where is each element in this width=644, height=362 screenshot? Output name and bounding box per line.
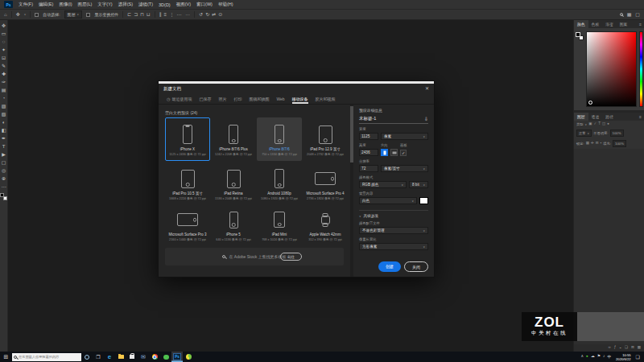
mail-button[interactable]: ✉ — [138, 352, 149, 362]
preset-card[interactable]: iPad Mini 768 x 1024 像素 @ 72 ppi — [257, 206, 302, 243]
filter-pixel-icon[interactable]: ▣ — [588, 122, 592, 126]
eyedropper-tool-icon[interactable]: ✎ — [2, 62, 6, 70]
home-icon[interactable]: ⌂ — [4, 12, 7, 17]
panel-menu-icon[interactable]: ≡ — [637, 20, 644, 28]
search-icon[interactable] — [620, 13, 623, 16]
panel-layout-icon[interactable]: ▢ — [635, 12, 640, 17]
volume-icon[interactable]: ♪ — [603, 355, 605, 359]
color-mode-dropdown[interactable]: RGB 颜色 ∨ — [359, 181, 407, 188]
pen-tool-icon[interactable]: ✒ — [2, 134, 6, 142]
blur-tool-icon[interactable]: ◐ — [2, 118, 6, 126]
zoom-tool-icon[interactable]: ⊕ — [2, 175, 6, 183]
menu-item-image[interactable]: 图像(I) — [59, 2, 72, 7]
distribute-icon[interactable]: ⋮ — [169, 12, 174, 17]
distribute-icon[interactable]: ≡ — [164, 12, 167, 17]
width-unit-dropdown[interactable]: 像素 ∨ — [381, 133, 428, 140]
path-select-tool-icon[interactable]: ▶ — [2, 150, 6, 158]
new-layer-icon[interactable]: ⊞ — [631, 346, 634, 350]
preset-card[interactable]: Apple Watch 42mm 312 x 390 像素 @ 72 ppi — [303, 206, 348, 243]
preset-card[interactable]: iPad Pro 12.9 英寸 2048 x 2732 像素 @ 72 ppi — [303, 117, 348, 161]
more-options-icon[interactable]: ··· — [185, 12, 190, 17]
cortana-button[interactable] — [81, 352, 93, 362]
menu-item-window[interactable]: 窗口(W) — [196, 2, 213, 7]
menu-item-layer[interactable]: 图层(L) — [78, 2, 93, 7]
orientation-landscape-icon[interactable] — [390, 149, 398, 156]
layer-mask-icon[interactable]: ◒ — [619, 346, 621, 350]
tab-saved[interactable]: 已保存 — [199, 93, 211, 104]
fill-dropdown[interactable]: 100% — [613, 140, 626, 147]
move-tool-icon[interactable]: ✥ — [2, 22, 6, 30]
photoshop-taskbar-button[interactable]: Ps — [171, 352, 183, 362]
filter-adjust-icon[interactable]: ✓ — [593, 122, 597, 126]
save-preset-icon[interactable]: ⇩ — [424, 117, 428, 121]
tab-art[interactable]: 图稿和插图 — [249, 93, 269, 104]
background-dropdown[interactable]: 白色 ∨ — [359, 197, 417, 204]
tab-mobile[interactable]: 移动设备 — [292, 93, 308, 104]
3d-mode-icon[interactable]: ⇄ — [212, 12, 216, 17]
resolution-unit-dropdown[interactable]: 像素/英寸 ∨ — [381, 165, 428, 172]
workspace-icon[interactable]: ▦ — [627, 12, 632, 17]
align-bottom-icon[interactable]: ⊔ — [147, 12, 151, 17]
orientation-portrait-icon[interactable] — [381, 149, 388, 156]
brush-tool-icon[interactable]: ✑ — [2, 78, 6, 86]
gradient-tool-icon[interactable]: ▧ — [2, 110, 6, 118]
color-profile-dropdown[interactable]: 不做色彩管理 ∨ — [359, 227, 428, 234]
link-layers-icon[interactable]: ∞ — [608, 346, 610, 350]
align-right-icon[interactable]: ⊐ — [134, 12, 138, 17]
preset-card[interactable]: iPhone 8/7/6 750 x 1334 像素 @ 72 ppi — [257, 117, 302, 161]
distribute-icon[interactable]: ⋯ — [176, 12, 181, 17]
distribute-icon[interactable]: ∥ — [159, 12, 162, 17]
type-tool-icon[interactable]: T — [2, 142, 6, 150]
cloud-icon[interactable]: ☁ — [591, 355, 595, 359]
browser-360-button[interactable] — [183, 352, 194, 362]
store-button[interactable] — [126, 352, 138, 362]
adjustment-layer-icon[interactable]: ❏ — [625, 346, 628, 350]
tab-recent[interactable]: ◷ 最近使用项 — [167, 93, 192, 104]
tab-swatches[interactable]: 色板 — [588, 20, 603, 28]
chrome-button[interactable] — [149, 352, 160, 362]
taskbar-clock[interactable]: 10:55 2020/6/22 — [616, 353, 631, 361]
close-icon[interactable]: ✕ — [425, 86, 429, 91]
document-name-field[interactable]: 未标题-1 ⇩ — [359, 116, 428, 124]
hue-slider[interactable] — [639, 31, 643, 107]
tray-status-icon[interactable]: ● — [586, 355, 588, 359]
preset-card[interactable]: iPhone 8/7/6 Plus 1242 x 2208 像素 @ 72 pp… — [211, 117, 256, 161]
layer-style-icon[interactable]: ƒ — [614, 346, 617, 350]
menu-item-filter[interactable]: 滤镜(T) — [138, 2, 153, 7]
foreground-color-swatch[interactable] — [576, 32, 580, 37]
3d-mode-icon[interactable]: ↻ — [205, 12, 209, 17]
menu-item-type[interactable]: 文字(Y) — [97, 2, 112, 7]
tab-layers[interactable]: 图层 — [574, 113, 588, 121]
preset-card[interactable]: iPad Retina 1536 x 2048 像素 @ 72 ppi — [211, 162, 256, 205]
menu-item-help[interactable]: 帮助(H) — [218, 2, 233, 7]
lock-position-icon[interactable]: ✛ — [591, 142, 594, 146]
blend-mode-dropdown[interactable]: 正常 ∨ — [576, 130, 592, 137]
edge-button[interactable]: e — [104, 352, 115, 362]
task-view-button[interactable]: ❐ — [93, 352, 104, 362]
preset-card[interactable]: Microsoft Surface Pro 3 2160 x 1440 像素 @… — [165, 206, 210, 243]
chevron-down-icon[interactable]: ∨ — [585, 123, 588, 126]
background-color-swatch[interactable] — [3, 196, 7, 200]
tab-color[interactable]: 颜色 — [574, 20, 588, 28]
width-input[interactable]: 1125 — [359, 133, 378, 140]
menu-item-view[interactable]: 视图(V) — [176, 2, 191, 7]
dodge-tool-icon[interactable]: ◧ — [2, 126, 6, 134]
tab-web[interactable]: Web — [276, 93, 284, 104]
tab-photo[interactable]: 照片 — [218, 93, 226, 104]
tab-print[interactable]: 打印 — [233, 93, 242, 104]
lasso-tool-icon[interactable]: ◌ — [2, 38, 6, 46]
filter-smart-icon[interactable]: ● — [607, 122, 609, 126]
preset-card[interactable]: Android 1080p 1080 x 1920 像素 @ 72 ppi — [257, 162, 302, 205]
create-button[interactable]: 创建 — [378, 261, 401, 272]
background-color-swatch[interactable] — [419, 197, 428, 204]
tab-channels[interactable]: 通道 — [588, 113, 603, 121]
foreground-background-swatch[interactable] — [576, 32, 584, 40]
align-left-icon[interactable]: ⊏ — [127, 12, 131, 17]
lock-transparent-icon[interactable]: ▦ — [586, 142, 589, 146]
flag-icon[interactable]: ⚑ — [597, 355, 601, 359]
eraser-tool-icon[interactable]: ▨ — [2, 102, 6, 110]
start-button[interactable]: ⊞ — [0, 352, 12, 362]
menu-item-3d[interactable]: 3D(D) — [159, 2, 171, 7]
lock-all-icon[interactable]: ▪ — [601, 142, 602, 146]
bit-depth-dropdown[interactable]: 8 bit ∨ — [409, 181, 428, 188]
